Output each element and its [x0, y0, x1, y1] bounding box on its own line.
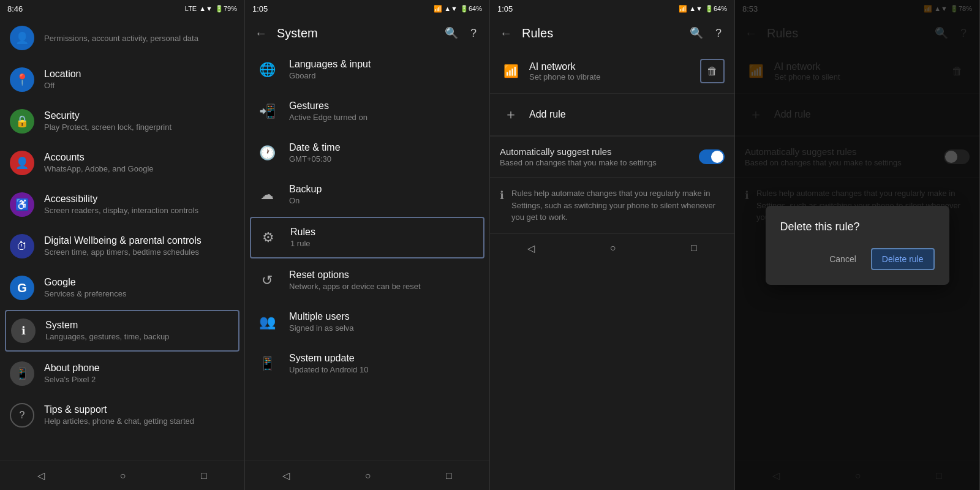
sysupdate-title: System update [289, 353, 480, 364]
home-button-2[interactable]: ○ [353, 466, 383, 486]
status-time-3: 1:05 [497, 4, 513, 13]
signal-3: 📶 ▲▼ [679, 5, 703, 13]
gestures-icon: 📲 [255, 99, 279, 124]
multiuser-title: Multiple users [289, 311, 480, 322]
list-item-languages[interactable]: 🌐 Languages & input Gboard [245, 49, 489, 91]
location-icon: 📍 [10, 67, 34, 92]
google-title: Google [44, 277, 235, 288]
list-item-rules[interactable]: ⚙ Rules 1 rule [250, 217, 484, 258]
info-row-3: ℹ Rules help automate changes that you r… [490, 178, 734, 233]
recent-button-3[interactable]: □ [679, 238, 709, 258]
system-icon: ℹ [11, 318, 36, 343]
accessibility-icon: ♿ [10, 192, 34, 217]
battery-icon-1: 🔋79% [215, 5, 237, 13]
back-arrow-2[interactable]: ← [250, 21, 272, 45]
reset-icon: ↺ [255, 268, 279, 293]
status-bar-3: 1:05 📶 ▲▼ 🔋64% [490, 0, 734, 17]
rule-ai-subtitle: Set phone to vibrate [529, 72, 700, 81]
home-button-1[interactable]: ○ [108, 466, 138, 486]
list-item-location[interactable]: 📍 Location Off [0, 59, 244, 100]
panel-system: 1:05 📶 ▲▼ 🔋64% ← System 🔍 ? 🌐 Languages … [245, 0, 490, 490]
security-subtitle: Play Protect, screen lock, fingerprint [44, 123, 235, 133]
list-item-digital-wellbeing[interactable]: ⏱ Digital Wellbeing & parental controls … [0, 225, 244, 267]
recent-button-1[interactable]: □ [189, 466, 219, 486]
suggest-title-3: Automatically suggest rules [500, 146, 699, 157]
datetime-title: Date & time [289, 142, 480, 153]
reset-title: Reset options [289, 270, 480, 281]
list-item-gestures[interactable]: 📲 Gestures Active Edge turned on [245, 91, 489, 132]
delete-rule-confirm-button[interactable]: Delete rule [871, 248, 935, 270]
languages-title: Languages & input [289, 59, 480, 70]
panel-rules-dialog: 8:53 📶 ▲▼ 🔋78% ← Rules 🔍 ? 📶 AI network … [735, 0, 980, 490]
accessibility-title: Accessibility [44, 194, 235, 205]
suggest-subtitle-3: Based on changes that you make to settin… [500, 158, 699, 167]
datetime-subtitle: GMT+05:30 [289, 154, 480, 165]
rules-icon: ⚙ [256, 225, 281, 250]
status-icons-2: 📶 ▲▼ 🔋64% [434, 5, 482, 13]
gestures-subtitle: Active Edge turned on [289, 113, 480, 123]
list-item-backup[interactable]: ☁ Backup On [245, 174, 489, 216]
status-bar-2: 1:05 📶 ▲▼ 🔋64% [245, 0, 489, 17]
delete-rule-button-3[interactable]: 🗑 [700, 59, 725, 83]
sysupdate-subtitle: Updated to Android 10 [289, 365, 480, 375]
list-item-security[interactable]: 🔒 Security Play Protect, screen lock, fi… [0, 100, 244, 142]
help-button-3[interactable]: ? [707, 22, 729, 44]
location-subtitle: Off [44, 81, 235, 91]
list-item-system[interactable]: ℹ System Languages, gestures, time, back… [5, 310, 239, 352]
list-item-google-account[interactable]: 👤 Permissions, account activity, persona… [0, 17, 244, 59]
list-item-multiuser[interactable]: 👥 Multiple users Signed in as selva [245, 301, 489, 343]
back-button-2[interactable]: ◁ [270, 465, 302, 486]
list-item-accessibility[interactable]: ♿ Accessibility Screen readers, display,… [0, 184, 244, 225]
recent-button-2[interactable]: □ [434, 466, 464, 486]
back-button-1[interactable]: ◁ [25, 465, 57, 486]
security-icon: 🔒 [10, 109, 34, 134]
search-button-2[interactable]: 🔍 [440, 22, 462, 44]
status-icons-1: LTE ▲▼ 🔋79% [185, 5, 237, 13]
backup-icon: ☁ [255, 183, 279, 207]
status-time-1: 8:46 [7, 4, 23, 13]
rules-page-title: Rules [522, 26, 685, 40]
nav-bar-2: ◁ ○ □ [245, 461, 489, 490]
delete-dialog-overlay: Delete this rule? Cancel Delete rule [735, 0, 979, 490]
list-item-reset[interactable]: ↺ Reset options Network, apps or device … [245, 260, 489, 301]
home-button-3[interactable]: ○ [598, 238, 628, 258]
accounts-subtitle: WhatsApp, Adobe, and Google [44, 164, 235, 175]
search-button-3[interactable]: 🔍 [685, 22, 707, 44]
list-item-datetime[interactable]: 🕐 Date & time GMT+05:30 [245, 132, 489, 174]
signal-2: 📶 ▲▼ [434, 5, 458, 13]
list-item-about[interactable]: 📱 About phone Selva's Pixel 2 [0, 353, 244, 394]
google-account-icon: 👤 [10, 26, 34, 50]
backup-title: Backup [289, 184, 480, 195]
list-item-tips[interactable]: ? Tips & support Help articles, phone & … [0, 394, 244, 436]
accounts-icon: 👤 [10, 151, 34, 175]
rule-ai-title: AI network [529, 61, 700, 72]
wifi-icon-3: 📶 [500, 60, 522, 82]
digital-wellbeing-subtitle: Screen time, app timers, bedtime schedul… [44, 247, 235, 258]
info-text-3: Rules help automate changes that you reg… [511, 187, 725, 224]
languages-subtitle: Gboard [289, 71, 480, 81]
tips-title: Tips & support [44, 404, 235, 415]
suggest-row-3: Automatically suggest rules Based on cha… [490, 137, 734, 178]
system-subtitle: Languages, gestures, time, backup [45, 332, 233, 342]
tips-subtitle: Help articles, phone & chat, getting sta… [44, 417, 235, 427]
signal-icon: ▲▼ [199, 5, 213, 12]
security-title: Security [44, 110, 235, 121]
dialog-buttons: Cancel Delete rule [780, 248, 935, 270]
suggest-toggle-3[interactable] [699, 149, 725, 164]
about-title: About phone [44, 363, 235, 374]
list-item-google[interactable]: G Google Services & preferences [0, 267, 244, 309]
add-rule-row-3[interactable]: ＋ Add rule [490, 94, 734, 136]
back-arrow-3[interactable]: ← [495, 21, 517, 45]
cancel-button[interactable]: Cancel [820, 248, 866, 270]
help-button-2[interactable]: ? [462, 22, 484, 44]
list-item-accounts[interactable]: 👤 Accounts WhatsApp, Adobe, and Google [0, 142, 244, 184]
backup-subtitle: On [289, 196, 480, 206]
rule-ai-network[interactable]: 📶 AI network Set phone to vibrate 🗑 [490, 49, 734, 94]
list-item-sysupdate[interactable]: 📱 System update Updated to Android 10 [245, 343, 489, 385]
location-title: Location [44, 69, 235, 80]
datetime-icon: 🕐 [255, 141, 279, 165]
back-button-3[interactable]: ◁ [515, 238, 547, 259]
battery-icon-2: 🔋64% [460, 5, 482, 13]
gestures-title: Gestures [289, 100, 480, 111]
nav-bar-1: ◁ ○ □ [0, 461, 244, 490]
